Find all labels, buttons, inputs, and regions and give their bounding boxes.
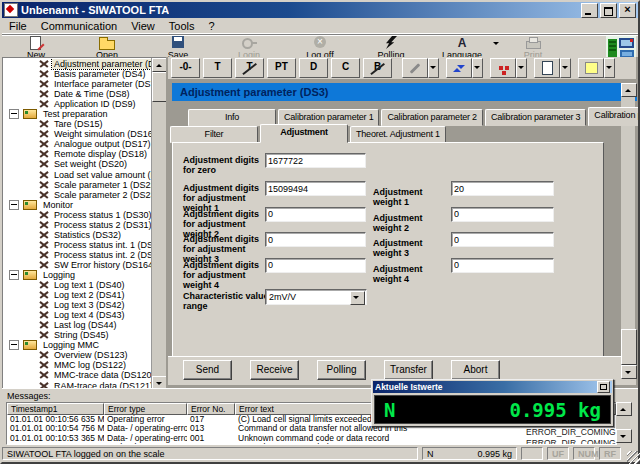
- scale-d-button[interactable]: D: [299, 58, 328, 78]
- document-dropdown-icon[interactable]: [560, 58, 571, 78]
- messages-scrollbar[interactable]: [616, 402, 630, 443]
- scale-tare-clear-button[interactable]: T: [235, 58, 264, 78]
- tree-item[interactable]: Scale parameter 1 (DS22): [3, 180, 152, 190]
- actual-values-titlebar[interactable]: Aktuelle Istwerte: [373, 381, 612, 393]
- tree-item[interactable]: Process status 2 (DS31): [3, 220, 152, 230]
- panel-scrollbar-thumb[interactable]: [621, 329, 637, 365]
- tree-item[interactable]: Logging MMC: [3, 340, 152, 350]
- receive-button[interactable]: Receive: [250, 360, 299, 380]
- tab-calibration-parameter-4[interactable]: Calibration parameter 4: [588, 107, 640, 126]
- tree-item[interactable]: MMC log (DS122): [3, 360, 152, 370]
- menu-help[interactable]: ?: [202, 19, 222, 33]
- menu-view[interactable]: View: [124, 19, 162, 33]
- transfer-button[interactable]: Transfer: [384, 360, 433, 380]
- scroll-up-icon[interactable]: [616, 402, 632, 416]
- minimize-button[interactable]: [581, 3, 598, 18]
- tree-item[interactable]: Adjustment parameter (DS3): [3, 59, 152, 69]
- tree-item[interactable]: Test preparation: [3, 109, 152, 119]
- menu-file[interactable]: File: [2, 19, 34, 33]
- scale-b-clear-button[interactable]: B: [363, 58, 392, 78]
- resize-grip[interactable]: [627, 451, 640, 464]
- tree-item[interactable]: SW Error history (DS164): [3, 260, 152, 270]
- tree-item[interactable]: Monitor: [3, 200, 152, 210]
- tree-collapse-icon[interactable]: [9, 200, 19, 210]
- tree-item[interactable]: Statistics (DS32): [3, 230, 152, 240]
- digits-input[interactable]: [265, 232, 366, 247]
- tree-item[interactable]: Basis parameter (DS4): [3, 69, 152, 79]
- tree-item[interactable]: Application ID (DS9): [3, 99, 152, 109]
- chevron-down-icon[interactable]: [350, 291, 365, 305]
- scroll-up-icon[interactable]: [152, 58, 167, 72]
- digits-input[interactable]: [265, 181, 366, 196]
- tree-item[interactable]: String (DS45): [3, 330, 152, 340]
- weight-input[interactable]: [451, 207, 554, 222]
- tab-adjustment[interactable]: Adjustment: [260, 124, 348, 143]
- digits-input[interactable]: [265, 207, 366, 222]
- scale-tare-button[interactable]: T: [203, 58, 232, 78]
- message-row[interactable]: 01.01.01 00:10:53 365 Mon Data- / operat…: [7, 434, 616, 443]
- tree-collapse-icon[interactable]: [9, 270, 19, 280]
- tree-collapse-icon[interactable]: [9, 109, 19, 119]
- tree-item[interactable]: MMC-trace data (DS120): [3, 370, 152, 380]
- tree-item[interactable]: Remote display (DS18): [3, 149, 152, 159]
- edit-dropdown-icon[interactable]: [428, 58, 439, 78]
- scroll-down-icon[interactable]: [616, 429, 632, 443]
- close-button[interactable]: [619, 3, 636, 18]
- note-icon[interactable]: [578, 58, 604, 78]
- tab-calibration-parameter-3[interactable]: Calibration parameter 3: [485, 109, 586, 126]
- tree-item[interactable]: Tare (DS15): [3, 119, 152, 129]
- tree-item[interactable]: Process status int. 2 (DS27): [3, 250, 152, 260]
- scroll-down-icon[interactable]: [621, 365, 637, 379]
- tree-item[interactable]: Analogue output (DS17): [3, 139, 152, 149]
- note-split-button[interactable]: [578, 58, 615, 78]
- tree-item[interactable]: Log text 3 (DS42): [3, 300, 152, 310]
- document-icon[interactable]: [534, 58, 560, 78]
- weight-input[interactable]: [451, 258, 554, 273]
- restore-button[interactable]: [600, 3, 617, 18]
- send-button[interactable]: Send: [183, 360, 232, 380]
- status-dropdown-icon[interactable]: [516, 58, 527, 78]
- column-header-timestamp[interactable]: Timestamp1: [7, 403, 104, 415]
- restore-window-icon[interactable]: [597, 381, 610, 393]
- tab-calibration-parameter-2[interactable]: Calibration parameter 2: [381, 109, 482, 126]
- tab-theoret-adjustment-1[interactable]: Theoret. Adjustment 1: [350, 126, 446, 143]
- tree-item[interactable]: Logging: [3, 270, 152, 280]
- tree-item[interactable]: Overview (DS123): [3, 350, 152, 360]
- scale-c-button[interactable]: C: [331, 58, 360, 78]
- column-header-error-no[interactable]: Error No.: [187, 403, 235, 415]
- status-split-button[interactable]: [490, 58, 527, 78]
- sync-icon[interactable]: [446, 58, 472, 78]
- note-dropdown-icon[interactable]: [604, 58, 615, 78]
- document-split-button[interactable]: [534, 58, 571, 78]
- tree-scrollbar[interactable]: [151, 58, 166, 390]
- polling-button[interactable]: Polling: [317, 360, 366, 380]
- message-row[interactable]: 01.01.01 00:10:52 403 Mon Technology mes…: [7, 443, 616, 445]
- tree-scrollbar-thumb[interactable]: [152, 72, 167, 102]
- tree-collapse-icon[interactable]: [9, 340, 19, 350]
- tree-item[interactable]: Interface parameter (DS7): [3, 79, 152, 89]
- scale-preset-tare-button[interactable]: PT: [267, 58, 296, 78]
- tree-item[interactable]: Scale parameter 2 (DS23): [3, 190, 152, 200]
- sync-split-button[interactable]: [446, 58, 483, 78]
- edit-split-button[interactable]: [402, 58, 439, 78]
- weight-input[interactable]: [451, 181, 554, 196]
- menu-communication[interactable]: Communication: [34, 19, 124, 33]
- digits-input[interactable]: [265, 258, 366, 273]
- panel-scrollbar[interactable]: [621, 83, 635, 379]
- menu-tools[interactable]: Tools: [162, 19, 202, 33]
- scroll-up-icon[interactable]: [621, 83, 637, 97]
- tree-item[interactable]: Process status int. 1 (DS26): [3, 240, 152, 250]
- characteristic-select[interactable]: 2mV/V: [265, 289, 367, 305]
- tree-item[interactable]: Set weight (DS20): [3, 159, 152, 169]
- status-dots-icon[interactable]: [490, 58, 516, 78]
- tree-item[interactable]: Date & Time (DS8): [3, 89, 152, 99]
- tree-item[interactable]: Weight simulation (DS16): [3, 129, 152, 139]
- abort-button[interactable]: Abort: [451, 360, 500, 380]
- tree-item[interactable]: Log text 1 (DS40): [3, 280, 152, 290]
- column-header-error-type[interactable]: Error type: [104, 403, 187, 415]
- tree-item[interactable]: Log text 2 (DS41): [3, 290, 152, 300]
- zero-digits-input[interactable]: [265, 153, 366, 168]
- tree-item[interactable]: Last log (DS44): [3, 320, 152, 330]
- tree-item[interactable]: Load set value amount (DS21): [3, 170, 152, 180]
- sync-dropdown-icon[interactable]: [472, 58, 483, 78]
